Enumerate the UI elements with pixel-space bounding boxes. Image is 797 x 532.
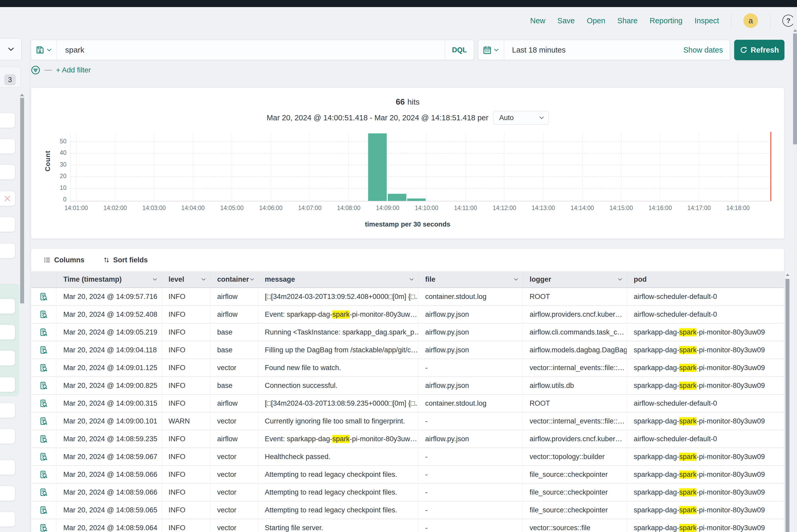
cell-file: - — [419, 413, 523, 430]
column-header-message[interactable]: message — [258, 271, 419, 287]
expand-document-icon[interactable] — [31, 359, 57, 376]
field-list-item[interactable] — [0, 429, 15, 444]
date-picker-bar: Last 18 minutes Show dates — [478, 40, 730, 60]
chevron-down-icon[interactable] — [249, 277, 255, 282]
expand-document-icon[interactable] — [31, 395, 57, 412]
field-list-item[interactable] — [0, 191, 15, 206]
cell-file: - — [419, 359, 523, 376]
field-list-item[interactable] — [0, 299, 15, 314]
field-list-item[interactable] — [0, 486, 15, 501]
column-header-level[interactable]: level — [162, 271, 210, 287]
cell-logger: ROOT — [523, 395, 627, 412]
field-list-item[interactable] — [0, 217, 15, 232]
add-filter-button[interactable]: + Add filter — [56, 66, 91, 74]
expand-document-icon[interactable] — [31, 430, 57, 448]
time-range-value[interactable]: Last 18 minutes — [504, 46, 683, 54]
nav-save-button[interactable]: Save — [557, 17, 575, 25]
interval-select[interactable]: Auto — [493, 111, 549, 125]
sort-fields-button[interactable]: Sort fields — [103, 256, 148, 264]
sidebar-divider — [30, 38, 30, 532]
table-row: Mar 20, 2024 @ 14:09:00.825INFObaseConne… — [31, 377, 784, 395]
help-icon[interactable]: ? — [782, 15, 794, 27]
chevron-down-icon[interactable] — [201, 277, 206, 282]
field-list-item[interactable] — [0, 350, 15, 366]
search-query-input[interactable]: spark — [57, 40, 445, 60]
cell-time: Mar 20, 2024 @ 14:08:59.235 — [57, 430, 162, 448]
column-header-time-timestamp-[interactable]: Time (timestamp) — [57, 271, 162, 287]
expand-document-icon[interactable] — [31, 483, 57, 501]
column-header-logger[interactable]: logger — [523, 271, 627, 287]
cell-text: airflow-scheduler-default-0 — [634, 399, 717, 407]
expand-document-icon[interactable] — [31, 413, 57, 430]
show-dates-button[interactable]: Show dates — [683, 46, 730, 54]
field-list-item[interactable] — [0, 460, 15, 475]
page-scroll-up-arrow[interactable] — [793, 29, 797, 32]
highlighted-term: spark — [679, 453, 697, 461]
expand-document-icon[interactable] — [31, 288, 57, 305]
cell-container: vector — [210, 519, 258, 532]
expand-document-icon[interactable] — [31, 501, 57, 519]
table-scrollbar-thumb[interactable] — [785, 279, 790, 532]
table-scroll-up-arrow[interactable] — [786, 273, 790, 276]
nav-reporting-button[interactable]: Reporting — [650, 17, 683, 25]
table-row: Mar 20, 2024 @ 14:09:04.118INFObaseFilli… — [31, 341, 784, 359]
user-avatar[interactable]: a — [743, 13, 758, 28]
nav-inspect-button[interactable]: Inspect — [695, 17, 719, 25]
field-list-item[interactable] — [0, 113, 15, 128]
cell-text: sparkapp-dag- — [634, 524, 679, 532]
field-list-item[interactable] — [0, 377, 15, 392]
field-list-item[interactable] — [0, 243, 15, 259]
query-language-button[interactable]: DQL — [445, 40, 474, 60]
cell-file: airflow.py.json — [419, 324, 523, 341]
cell-container: vector — [210, 483, 258, 501]
cell-text: -pi-monitor-80y3uw… — [350, 435, 417, 443]
cell-logger: file_source::checkpointer — [523, 466, 627, 483]
columns-button[interactable]: Columns — [44, 256, 85, 264]
column-header-container[interactable]: container — [210, 271, 258, 287]
date-quick-select-button[interactable] — [478, 40, 504, 60]
expand-document-icon[interactable] — [31, 324, 57, 341]
sidebar-scrollbar-thumb[interactable] — [20, 98, 24, 303]
expand-document-icon[interactable] — [31, 448, 57, 465]
expand-document-icon[interactable] — [31, 466, 57, 483]
chevron-down-icon[interactable] — [152, 277, 158, 282]
expand-document-icon[interactable] — [31, 306, 57, 323]
highlighted-term: spark — [679, 417, 697, 425]
sidebar-scroll-up-arrow[interactable] — [20, 94, 24, 96]
field-list-item[interactable] — [0, 165, 15, 180]
histogram-bar[interactable] — [388, 194, 406, 201]
chevron-down-icon[interactable] — [409, 277, 414, 282]
hits-summary: 66hits — [31, 97, 784, 107]
table-row: Mar 20, 2024 @ 14:08:59.235INFOairflowEv… — [31, 430, 784, 448]
nav-divider — [731, 13, 731, 28]
app-nav: New Save Open Share Reporting Inspect a … — [530, 7, 797, 34]
histogram-bar[interactable] — [407, 198, 426, 201]
saved-query-menu-button[interactable] — [31, 40, 57, 60]
column-header-label: level — [168, 276, 184, 284]
filter-dash-divider — [44, 70, 52, 71]
refresh-button[interactable]: Refresh — [734, 40, 784, 60]
expand-document-icon[interactable] — [31, 341, 57, 359]
page-scrollbar-thumb[interactable] — [793, 34, 797, 145]
cell-text: Running <TaskInstance: sparkapp_dag.spar… — [265, 328, 419, 336]
sidebar-collapse-button[interactable] — [0, 38, 21, 60]
cell-text: airflow-scheduler-default-0 — [634, 310, 717, 319]
field-list-item[interactable] — [0, 512, 15, 527]
column-header-file[interactable]: file — [419, 271, 523, 287]
highlighted-term: spark — [679, 488, 697, 496]
field-list-item[interactable] — [0, 325, 15, 340]
expand-document-icon[interactable] — [31, 377, 57, 394]
nav-share-button[interactable]: Share — [617, 17, 637, 25]
chevron-down-icon[interactable] — [617, 277, 623, 282]
field-list-item[interactable] — [0, 139, 15, 154]
nav-new-button[interactable]: New — [530, 17, 545, 25]
remove-field-icon[interactable] — [3, 195, 11, 203]
field-list-item[interactable] — [0, 403, 15, 418]
sort-arrows-icon — [103, 256, 110, 263]
cell-text: sparkapp-dag- — [634, 382, 679, 390]
expand-document-icon[interactable] — [31, 519, 57, 532]
column-header-pod[interactable]: pod — [627, 271, 784, 287]
chevron-down-icon[interactable] — [513, 277, 519, 282]
nav-open-button[interactable]: Open — [587, 17, 605, 25]
histogram-bar[interactable] — [368, 133, 387, 201]
